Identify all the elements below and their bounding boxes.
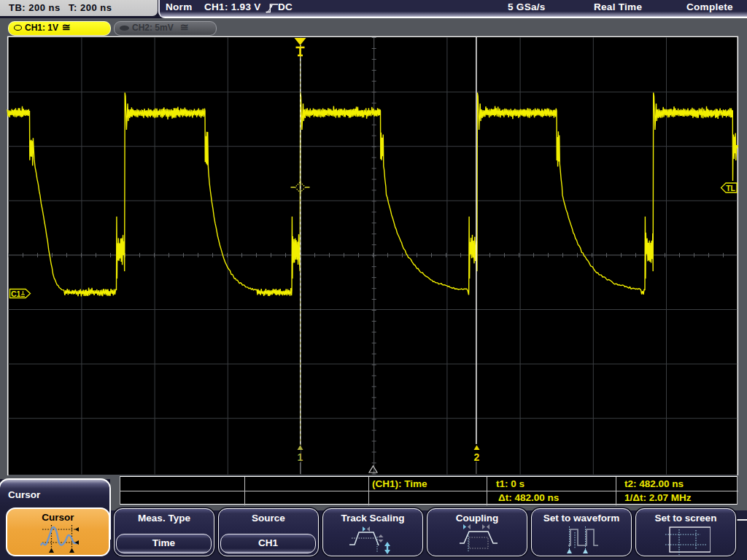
svg-text:TL: TL [726,184,735,192]
svg-text:C1: C1 [11,289,21,298]
svg-text:2: 2 [474,451,480,463]
svg-text:1: 1 [298,451,303,463]
